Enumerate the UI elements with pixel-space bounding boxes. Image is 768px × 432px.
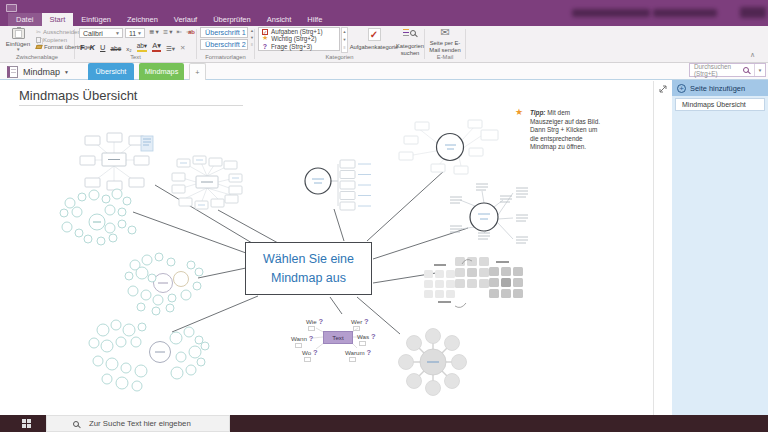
mindmap-thumbnail-teal-circles-3[interactable] bbox=[89, 320, 209, 391]
orange-star-icon: ★ bbox=[262, 35, 268, 42]
tip-note: Tipp: Mit dem Mauszeiger auf das Bild. D… bbox=[530, 109, 600, 152]
find-tags-icon bbox=[403, 28, 417, 41]
start-button[interactable] bbox=[22, 419, 31, 428]
legend-box bbox=[141, 136, 153, 151]
question-map-center[interactable]: Text bbox=[323, 331, 353, 344]
mindmap-thumbnail-circle-rects[interactable] bbox=[399, 120, 498, 174]
scissors-icon: ✂ bbox=[36, 29, 41, 35]
clipboard-icon bbox=[12, 28, 25, 39]
underline-button[interactable]: U bbox=[100, 43, 105, 52]
question-subbox bbox=[353, 326, 360, 331]
ribbon-tab-ueberpruefen[interactable]: Überprüfen bbox=[205, 13, 259, 26]
taskbar-search[interactable]: Zur Suche Text hier eingeben bbox=[46, 415, 230, 432]
question-subbox bbox=[308, 326, 315, 331]
titlebar-blurred-text bbox=[572, 9, 650, 17]
style-heading2[interactable]: Überschrift 2 bbox=[200, 39, 248, 50]
styles-scroll-arrows[interactable]: ▲▼≡ bbox=[249, 27, 255, 48]
mindmap-thumbnail-teal-circles-2[interactable] bbox=[125, 253, 203, 315]
mindmap-thumbnail-rect-grid-small[interactable] bbox=[80, 133, 153, 190]
todo-tag-button[interactable]: ✓ Aufgabenkategorie bbox=[352, 27, 396, 51]
notebook-dropdown[interactable]: Mindmap bbox=[23, 67, 60, 77]
tag-frage[interactable]: ? Frage (Strg+3) bbox=[259, 43, 339, 50]
font-size-select[interactable]: 11▼ bbox=[125, 28, 145, 38]
copy-button[interactable]: Kopieren bbox=[36, 37, 67, 43]
mindmap-thumbnail-circle-textlists[interactable] bbox=[450, 184, 528, 243]
search-box[interactable]: Durchsuchen (Strg+E) ▼ bbox=[689, 63, 766, 77]
notebook-navbar: Mindmap ▼ Übersicht Mindmaps + Durchsuch… bbox=[0, 63, 768, 80]
group-label-tags: Kategorien bbox=[255, 54, 424, 60]
font-style-buttons: F K U abe x₂ ab▾ A▾ ☰▾ ✕ bbox=[80, 41, 185, 52]
highlight-button[interactable]: ab▾ bbox=[137, 42, 148, 52]
question-subbox bbox=[295, 343, 302, 348]
font-name-select[interactable]: Calibri▼ bbox=[79, 28, 123, 38]
ribbon-tab-einfuegen[interactable]: Einfügen bbox=[73, 13, 119, 26]
ribbon-tab-datei[interactable]: Datei bbox=[8, 13, 42, 26]
window-controls-blurred[interactable] bbox=[740, 7, 766, 18]
question-word: Was ? bbox=[357, 332, 375, 341]
ribbon-tab-start[interactable]: Start bbox=[42, 13, 74, 26]
paragraph-options-button[interactable]: ☰▾ bbox=[166, 46, 175, 53]
app-icon[interactable] bbox=[6, 4, 17, 12]
expand-panel-icon[interactable] bbox=[657, 83, 669, 95]
add-page-button[interactable]: + Seite hinzufügen bbox=[672, 80, 768, 96]
titlebar: Datei Start Einfügen Zeichnen Verlauf Üb… bbox=[0, 0, 768, 26]
question-word: Warum ? bbox=[345, 348, 371, 357]
question-subbox bbox=[349, 357, 356, 362]
clear-formatting-button[interactable]: ✕ bbox=[180, 44, 185, 52]
collapse-ribbon-button[interactable]: ∧ bbox=[750, 52, 755, 59]
page-list-item[interactable]: Mindmaps Übersicht bbox=[675, 98, 765, 111]
list-indent-buttons[interactable]: ≣▾ ≡▾ ⇤ ⇥ bbox=[149, 29, 193, 36]
page-title[interactable]: Mindmaps Übersicht bbox=[19, 88, 138, 103]
ribbon-tab-bar: Datei Start Einfügen Zeichnen Verlauf Üb… bbox=[8, 13, 330, 26]
envelope-icon: ✉ bbox=[440, 27, 449, 38]
section-tab-mindmaps[interactable]: Mindmaps bbox=[139, 63, 184, 80]
taskbar-search-icon bbox=[73, 421, 79, 427]
ribbon: Einfügen ▼ ✂ Ausschneiden Kopieren Forma… bbox=[0, 26, 768, 63]
subscript-button[interactable]: x₂ bbox=[126, 46, 131, 52]
copy-icon bbox=[36, 37, 41, 43]
question-word: Wo ? bbox=[302, 348, 318, 357]
question-word: Wann ? bbox=[291, 334, 313, 343]
bold-button[interactable]: F bbox=[80, 43, 85, 52]
group-label-email: E-Mail bbox=[425, 54, 465, 60]
font-color-button[interactable]: A▾ bbox=[152, 41, 161, 52]
ribbon-tab-ansicht[interactable]: Ansicht bbox=[259, 13, 300, 26]
strikethrough-button[interactable]: abe bbox=[110, 45, 121, 52]
find-tags-button[interactable]: Kategorien suchen bbox=[396, 27, 424, 56]
mindmap-thumbnail-rect-grid-large[interactable] bbox=[172, 156, 242, 209]
question-subbox bbox=[304, 357, 311, 362]
tag-wichtig[interactable]: ★ Wichtig (Strg+2) bbox=[259, 35, 339, 42]
style-heading1[interactable]: Überschrift 1 bbox=[200, 27, 248, 38]
notebook-dropdown-arrow[interactable]: ▼ bbox=[64, 69, 69, 75]
notebook-icon bbox=[7, 66, 18, 78]
question-subbox bbox=[359, 341, 366, 346]
italic-button[interactable]: K bbox=[90, 43, 95, 52]
pages-panel bbox=[672, 96, 768, 415]
tag-aufgaben[interactable]: ✓ Aufgaben (Strg+1) bbox=[259, 28, 339, 35]
email-page-button[interactable]: ✉ Seite per E-Mail senden bbox=[426, 27, 464, 53]
question-word: Wie ? bbox=[306, 317, 323, 326]
center-choice-box[interactable]: Wählen Sie eine Mindmap aus bbox=[245, 242, 372, 295]
cut-button[interactable]: ✂ Ausschneiden bbox=[36, 29, 81, 35]
ribbon-tab-verlauf[interactable]: Verlauf bbox=[166, 13, 205, 26]
mindmap-thumbnail-gray-flower[interactable] bbox=[399, 329, 467, 396]
section-tab-uebersicht[interactable]: Übersicht bbox=[88, 63, 134, 80]
mindmap-thumbnail-square-grids[interactable] bbox=[424, 257, 523, 307]
ribbon-tab-hilfe[interactable]: Hilfe bbox=[299, 13, 330, 26]
group-label-text: Text bbox=[75, 54, 196, 60]
search-scope-arrow[interactable]: ▼ bbox=[754, 64, 765, 76]
ribbon-tab-zeichnen[interactable]: Zeichnen bbox=[119, 13, 166, 26]
new-section-tab[interactable]: + bbox=[189, 63, 206, 80]
purple-question-icon: ? bbox=[262, 43, 268, 50]
mindmap-thumbnail-teal-circles-1[interactable] bbox=[60, 189, 136, 245]
titlebar-blurred-text bbox=[653, 9, 717, 17]
search-placeholder: Durchsuchen (Strg+E) bbox=[690, 63, 743, 77]
tags-scroll-arrows[interactable]: ▲▼≡ bbox=[341, 27, 348, 53]
tip-star-icon: ★ bbox=[515, 108, 523, 117]
paste-button[interactable]: Einfügen ▼ bbox=[2, 27, 34, 55]
pen-mode-button[interactable]: ab bbox=[188, 29, 195, 35]
panel-divider bbox=[653, 81, 654, 415]
question-word: Wer ? bbox=[351, 317, 369, 326]
format-painter-brush-icon bbox=[35, 45, 42, 49]
mindmap-thumbnail-circle-list[interactable] bbox=[305, 160, 371, 210]
